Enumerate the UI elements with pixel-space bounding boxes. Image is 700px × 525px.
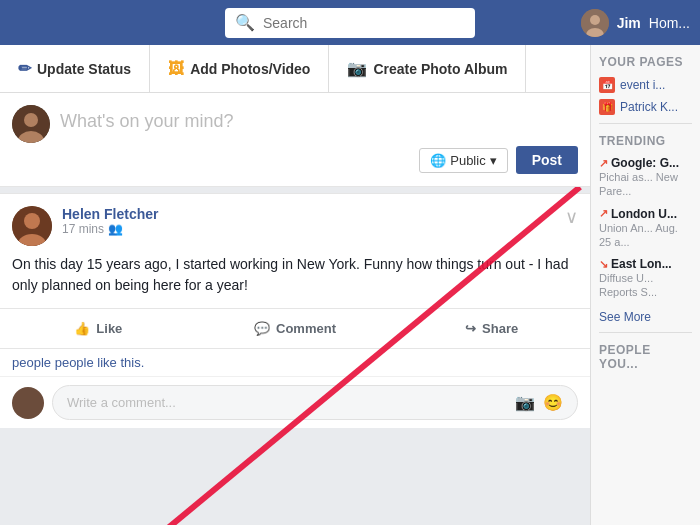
- photo-icon: 🖼: [168, 60, 184, 78]
- sidebar-page-item[interactable]: 📅 event i...: [599, 77, 692, 93]
- main-layout: ✏ Update Status 🖼 Add Photos/Video 📷 Cre…: [0, 45, 700, 525]
- tab-update-status[interactable]: ✏ Update Status: [0, 45, 150, 92]
- like-button[interactable]: 👍 Like: [0, 313, 197, 344]
- tab-create-album[interactable]: 📷 Create Photo Album: [329, 45, 526, 92]
- search-icon: 🔍: [235, 13, 255, 32]
- see-more-link[interactable]: See More: [599, 310, 651, 324]
- public-label: Public: [450, 153, 485, 168]
- trending-title: TRENDING: [599, 134, 692, 148]
- commenter-avatar: [12, 387, 44, 419]
- trending-item-1[interactable]: ↗ Google: G... Pichai as... New Pare...: [599, 156, 692, 199]
- trending-sub-3: Diffuse U... Reports S...: [599, 271, 692, 300]
- trending-title-2: ↗ London U...: [599, 207, 692, 221]
- camera-icon[interactable]: 📷: [515, 393, 535, 412]
- status-actions-row: 🌐 Public ▾ Post: [60, 146, 578, 174]
- status-placeholder[interactable]: What's on your mind?: [60, 105, 578, 138]
- comment-button[interactable]: 💬 Comment: [197, 313, 394, 344]
- gift-icon: 🎁: [602, 102, 613, 112]
- post-card: Helen Fletcher 17 mins 👥 ∨ On this day 1…: [0, 193, 590, 428]
- trending-item-3[interactable]: ↘ East Lon... Diffuse U... Reports S...: [599, 257, 692, 300]
- your-pages-title: YOUR PAGES: [599, 55, 692, 69]
- page-icon-2: 🎁: [599, 99, 615, 115]
- people-you-title: PEOPLE YOU...: [599, 343, 692, 371]
- tab-add-photos[interactable]: 🖼 Add Photos/Video: [150, 45, 329, 92]
- right-sidebar: YOUR PAGES 📅 event i... 🎁 Patrick K... T…: [590, 45, 700, 525]
- people-like-link[interactable]: people: [12, 355, 51, 370]
- sidebar-divider-2: [599, 332, 692, 333]
- svg-point-4: [24, 113, 38, 127]
- svg-point-1: [590, 15, 600, 25]
- comment-input[interactable]: Write a comment... 📷 😊: [52, 385, 578, 420]
- people-section: PEOPLE YOU...: [599, 343, 692, 371]
- like-label: Like: [96, 321, 122, 336]
- sidebar-page-item-2[interactable]: 🎁 Patrick K...: [599, 99, 692, 115]
- share-icon: ↪: [465, 321, 476, 336]
- like-icon: 👍: [74, 321, 90, 336]
- public-button[interactable]: 🌐 Public ▾: [419, 148, 507, 173]
- tab-create-album-label: Create Photo Album: [373, 61, 507, 77]
- status-input-area[interactable]: What's on your mind? 🌐 Public ▾ Post: [60, 105, 578, 174]
- page-icon-1: 📅: [599, 77, 615, 93]
- trending-arrow-icon-3: ↘: [599, 258, 608, 271]
- comment-input-row: Write a comment... 📷 😊: [0, 376, 590, 428]
- comment-placeholder: Write a comment...: [67, 395, 176, 410]
- feed-wrapper: Helen Fletcher 17 mins 👥 ∨ On this day 1…: [0, 187, 590, 525]
- post-button[interactable]: Post: [516, 146, 578, 174]
- post-meta: Helen Fletcher 17 mins 👥: [62, 206, 578, 236]
- comment-icon: 💬: [254, 321, 270, 336]
- search-input[interactable]: [263, 15, 465, 31]
- post-actions: 👍 Like 💬 Comment ↪ Share: [0, 308, 590, 348]
- tab-update-status-label: Update Status: [37, 61, 131, 77]
- trending-title-1: ↗ Google: G...: [599, 156, 692, 170]
- pencil-icon: ✏: [18, 59, 31, 78]
- trending-arrow-icon-2: ↗: [599, 207, 608, 220]
- trending-arrow-icon-1: ↗: [599, 157, 608, 170]
- search-bar[interactable]: 🔍: [225, 8, 475, 38]
- comment-label: Comment: [276, 321, 336, 336]
- post-author-name[interactable]: Helen Fletcher: [62, 206, 578, 222]
- post-time-text: 17 mins: [62, 222, 104, 236]
- emoji-icon[interactable]: 😊: [543, 393, 563, 412]
- chevron-down-icon: ▾: [490, 153, 497, 168]
- avatar: [581, 9, 609, 37]
- trending-sub-2: Union An... Aug. 25 a...: [599, 221, 692, 250]
- friends-icon: 👥: [108, 222, 123, 236]
- nav-username[interactable]: Jim: [617, 15, 641, 31]
- status-box: What's on your mind? 🌐 Public ▾ Post: [0, 93, 590, 187]
- post-content: On this day 15 years ago, I started work…: [0, 246, 590, 308]
- trending-section: TRENDING ↗ Google: G... Pichai as... New…: [599, 134, 692, 324]
- feed-area: ✏ Update Status 🖼 Add Photos/Video 📷 Cre…: [0, 45, 590, 525]
- nav-home-link[interactable]: Hom...: [649, 15, 690, 31]
- user-avatar: [12, 105, 50, 143]
- nav-right: Jim Hom...: [581, 0, 700, 45]
- tab-add-photos-label: Add Photos/Video: [190, 61, 310, 77]
- trending-sub-1: Pichai as... New Pare...: [599, 170, 692, 199]
- likes-row: people people like this.: [0, 348, 590, 376]
- globe-icon: 🌐: [430, 153, 446, 168]
- trending-title-3: ↘ East Lon...: [599, 257, 692, 271]
- svg-point-7: [24, 213, 40, 229]
- post-header: Helen Fletcher 17 mins 👥 ∨: [0, 194, 590, 246]
- share-button[interactable]: ↪ Share: [393, 313, 590, 344]
- top-navigation: 🔍 Jim Hom...: [0, 0, 700, 45]
- trending-item-2[interactable]: ↗ London U... Union An... Aug. 25 a...: [599, 207, 692, 250]
- action-tabs: ✏ Update Status 🖼 Add Photos/Video 📷 Cre…: [0, 45, 590, 93]
- post-time: 17 mins 👥: [62, 222, 578, 236]
- likes-label: people like this.: [55, 355, 145, 370]
- sidebar-divider: [599, 123, 692, 124]
- share-label: Share: [482, 321, 518, 336]
- sidebar-page-label-1: event i...: [620, 78, 665, 92]
- sidebar-page-label-2: Patrick K...: [620, 100, 678, 114]
- comment-icons: 📷 😊: [515, 393, 563, 412]
- post-author-avatar: [12, 206, 52, 246]
- calendar-icon: 📅: [602, 80, 613, 90]
- chevron-icon[interactable]: ∨: [565, 206, 578, 228]
- album-icon: 📷: [347, 59, 367, 78]
